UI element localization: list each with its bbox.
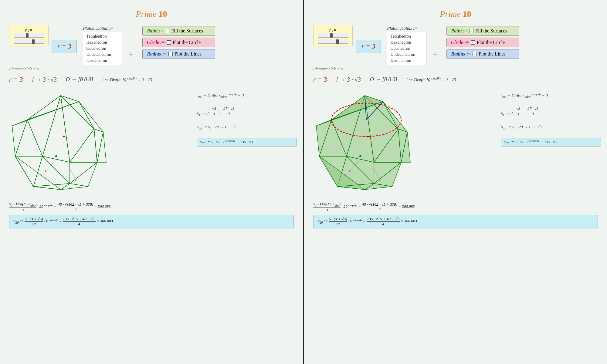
- left-formula1: roa := Dist(a, oabc) simplify→ 3: [197, 93, 297, 98]
- left-formula4-box: S20 := 5 · √3 · l² simplify→ 135 · √3: [197, 138, 297, 147]
- right-options: Paint := ✓ Fill the Surfaces Circle := ✓…: [446, 26, 519, 59]
- left-math-o: O → [0 0 0]: [66, 76, 93, 83]
- right-platonic-label: PlatonicSolids :=: [387, 26, 426, 31]
- left-dropdown-item-4[interactable]: Dodecahedron: [86, 52, 119, 58]
- right-formula1: roa := Dist(a, oabc) simplify→ 3: [501, 93, 601, 98]
- svg-marker-19: [61, 184, 88, 190]
- left-radius-text: Plot the Lines: [175, 51, 202, 57]
- left-bottom-eq2-box: V20 := 5 · (3 + √5)12 · l³ simplify→ 135…: [9, 215, 294, 228]
- svg-point-48: [359, 155, 361, 157]
- right-radius-checkbox[interactable]: ✓: [473, 52, 477, 56]
- svg-marker-4: [27, 96, 79, 120]
- right-dropdown-item-4[interactable]: Dodecahedron: [390, 52, 423, 58]
- left-math-row: r = 3 l → 3 · √3 O → [0 0 0] l := Dist(a…: [0, 72, 303, 86]
- right-dropdown[interactable]: Tetrahedron Hexahedron Octahedron Dodeca…: [387, 32, 426, 65]
- left-paint-checkbox[interactable]: [165, 29, 169, 33]
- right-math-l: l → 3 · √3: [336, 76, 361, 83]
- left-title: Prime 10: [0, 0, 303, 19]
- right-formula2: S1 := l² · √34 → 27 · √34: [501, 106, 601, 117]
- left-r-label: r :=: [25, 28, 33, 33]
- right-slider-track[interactable]: [318, 33, 348, 38]
- right-slider-track2[interactable]: [318, 39, 348, 44]
- left-bottom-eq1: S1 · Dist(O, oabc)3 · 20 simplify→ 45 · …: [9, 202, 294, 212]
- left-radius-option[interactable]: Radius := Plot the Lines: [142, 49, 215, 59]
- left-paint-text: Fill the Surfaces: [171, 28, 203, 34]
- right-math-o: O → [0 0 0]: [370, 76, 397, 83]
- right-slider-box: r :=: [313, 25, 353, 46]
- right-formula3: Sall := S1 · 20 → 135 · √3: [501, 125, 601, 130]
- svg-marker-15: [15, 156, 61, 190]
- svg-marker-6: [15, 156, 42, 187]
- right-title-text: Prime: [440, 9, 463, 19]
- right-panel: Prime 10 r := r = 3 PlatonicSolids := Te…: [304, 0, 607, 364]
- left-dist-formula: l := Dist(a, b) simplify→ 3 · √3: [102, 77, 152, 83]
- left-dropdown[interactable]: Tetrahedron Hexahedron Octahedron Dodeca…: [83, 32, 122, 65]
- left-panel: Prime 10 r := r = 3 PlatonicSolids := Te…: [0, 0, 303, 364]
- right-paint-text: Fill the Surfaces: [475, 28, 507, 34]
- right-formulas-right: roa := Dist(a, oabc) simplify→ 3 S1 := l…: [501, 93, 601, 147]
- left-formula2: S1 := l² · √34 → 27 · √34: [197, 106, 297, 117]
- svg-point-21: [55, 155, 57, 157]
- left-options: Paint := Fill the Surfaces Circle := Plo…: [142, 26, 215, 59]
- svg-point-47: [367, 136, 369, 137]
- left-formulas-right: roa := Dist(a, oabc) simplify→ 3 S1 := l…: [197, 93, 297, 147]
- right-bottom-formulas: S1 · Dist(O, oabc)3 · 20 simplify→ 45 · …: [304, 199, 607, 231]
- svg-marker-11: [94, 129, 103, 162]
- left-radius-label: Radius :=: [147, 51, 167, 57]
- right-dropdown-item-3[interactable]: Octahedron: [390, 46, 423, 52]
- right-title: Prime 10: [304, 0, 607, 19]
- left-paint-option[interactable]: Paint := Fill the Surfaces: [142, 26, 215, 36]
- right-title-bold: 10: [463, 9, 471, 19]
- left-dropdown-item-2[interactable]: Hexahedron: [86, 39, 119, 46]
- left-math-l: l → 3 · √3: [32, 76, 57, 83]
- right-dropdown-item-5[interactable]: Icosahedron: [390, 58, 423, 64]
- right-circle-option[interactable]: Circle := ✓ Plot the Circle: [446, 38, 519, 47]
- left-formula3: Sall := S1 · 20 → 135 · √3: [197, 125, 297, 130]
- left-platonic-label: PlatonicSolids :=: [83, 26, 122, 31]
- left-slider-track[interactable]: [14, 33, 44, 38]
- svg-marker-7: [33, 156, 70, 187]
- right-paint-checkbox[interactable]: ✓: [469, 29, 473, 33]
- right-paint-option[interactable]: Paint := ✓ Fill the Surfaces: [446, 26, 519, 36]
- right-radius-label: Radius :=: [451, 51, 471, 57]
- right-bottom-eq2-box: V20 := 5 · (3 + √5)12 · l³ simplify→ 135…: [313, 215, 598, 228]
- svg-marker-10: [70, 129, 97, 162]
- left-dropdown-item-1[interactable]: Tetrahedron: [86, 33, 119, 39]
- right-platonic-eq: PlatonicSolids = 4: [304, 65, 607, 72]
- right-paint-label: Paint :=: [451, 28, 467, 34]
- left-canvas-area: roa := Dist(a, oabc) simplify→ 3 S1 := l…: [6, 86, 297, 199]
- svg-marker-0: [27, 96, 61, 156]
- left-title-bold: 10: [159, 9, 167, 19]
- left-math-r: r = 3: [9, 76, 23, 83]
- right-icosahedron-svg: [313, 89, 416, 196]
- left-dropdown-item-5[interactable]: Icosahedron: [86, 58, 119, 64]
- left-title-text: Prime: [136, 9, 158, 19]
- left-slider-track2[interactable]: [14, 39, 44, 44]
- left-circle-text: Plot the Circle: [173, 40, 201, 45]
- svg-marker-3: [61, 96, 94, 129]
- svg-marker-18: [97, 132, 106, 162]
- left-bottom-formulas: S1 · Dist(O, oabc)3 · 20 simplify→ 45 · …: [0, 199, 303, 231]
- right-radius-option[interactable]: Radius := ✓ Plot the Lines: [446, 49, 519, 59]
- left-dropdown-item-3[interactable]: Octahedron: [86, 46, 119, 52]
- left-circle-option[interactable]: Circle := Plot the Circle: [142, 38, 215, 47]
- svg-marker-12: [79, 102, 103, 132]
- right-bottom-eq1: S1 · Dist(O, oabc)3 · 20 simplify→ 45 · …: [313, 202, 598, 212]
- right-math-row: r = 3 l → 3 · √3 O → [0 0 0] l := Dist(a…: [304, 72, 607, 86]
- svg-marker-16: [33, 184, 70, 190]
- right-circle-checkbox[interactable]: ✓: [471, 40, 475, 45]
- left-plus: +: [128, 49, 133, 59]
- left-icosahedron-svg: [9, 89, 112, 196]
- right-r-label: r :=: [329, 28, 337, 33]
- right-canvas-area: roa := Dist(a, oabc) simplify→ 3 S1 := l…: [310, 86, 601, 199]
- left-platonic-eq: PlatonicSolids = 4: [0, 65, 303, 72]
- right-math-r: r = 3: [313, 76, 327, 83]
- svg-point-20: [63, 136, 65, 137]
- right-dist-formula: l := Dist(a, b) simplify→ 3 · √3: [406, 77, 456, 83]
- right-plus: +: [432, 49, 437, 59]
- right-dropdown-item-2[interactable]: Hexahedron: [390, 39, 423, 46]
- right-dropdown-item-1[interactable]: Tetrahedron: [390, 33, 423, 39]
- left-circle-checkbox[interactable]: [167, 40, 171, 45]
- svg-marker-2: [61, 96, 94, 162]
- left-radius-checkbox[interactable]: [168, 52, 173, 56]
